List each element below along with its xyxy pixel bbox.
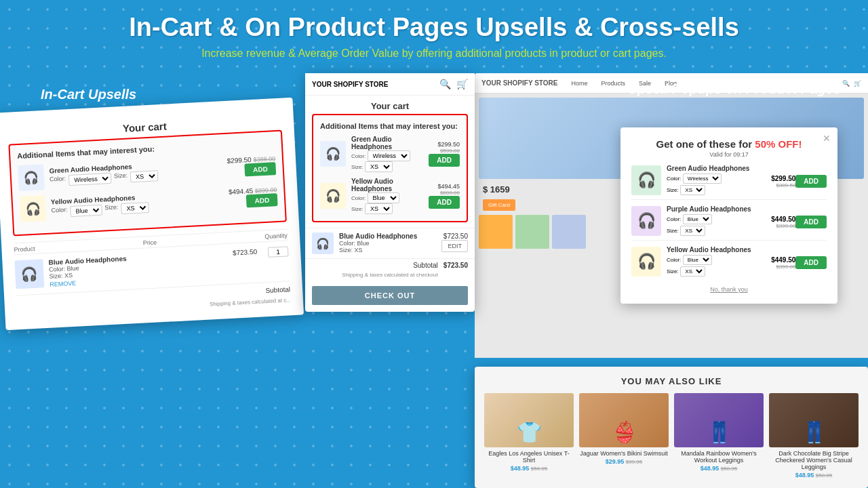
- middle-cart-item: 🎧 Blue Audio Headphones Color: Blue Size…: [305, 228, 475, 258]
- ymal-products: 👕 Eagles Los Angeles Unisex T-Shirt $48.…: [484, 393, 859, 479]
- left-color-select-2[interactable]: Blue: [70, 204, 102, 216]
- middle-subtotal: Subtotal $723.50: [305, 258, 475, 272]
- left-color-select-1[interactable]: Wireless: [68, 172, 112, 185]
- ymal-product-3: 👖 Mandala Rainbow Women's Workout Leggin…: [674, 393, 764, 479]
- middle-upsell-header: Additional Items that may interest you:: [320, 122, 460, 130]
- middle-add-btn-2[interactable]: ADD: [429, 196, 460, 209]
- middle-subtotal-label: Subtotal: [413, 262, 438, 269]
- ymal-img-4: 👖: [769, 393, 859, 447]
- middle-cart-item-name: Blue Audio Headphones: [339, 232, 436, 240]
- search-icon[interactable]: 🔍: [439, 79, 451, 89]
- card-in-cart: Your cart Additional Items that may inte…: [0, 98, 304, 331]
- left-cart-item-price: $723.50: [233, 248, 258, 257]
- ymal-name-1: Eagles Los Angeles Unisex T-Shirt: [484, 450, 574, 464]
- header: In-Cart & On Product Pages Upsells & Cro…: [0, 0, 868, 65]
- middle-subtotal-value: $723.50: [443, 262, 468, 269]
- middle-cart-item-img: 🎧: [312, 232, 334, 254]
- ymal-name-3: Mandala Rainbow Women's Workout Leggings: [674, 450, 764, 464]
- ymal-img-1: 👕: [484, 393, 574, 447]
- ymal-product-4: 👖 Dark Chocolate Big Stripe Checkered Wo…: [769, 393, 859, 479]
- ymal-price-new-4: $48.95: [795, 472, 814, 479]
- popup-color-1[interactable]: Wireless: [683, 174, 722, 184]
- label-upsell-popup: Upsell Popups on Product Pages: [628, 80, 842, 98]
- middle-store-name: YOUR SHOPIFY STORE: [312, 81, 388, 88]
- ymal-name-2: Jaguar Women's Bikini Swimsuit: [579, 450, 669, 457]
- ymal-price-old-1: $56.95: [531, 466, 547, 472]
- middle-upsell-box: Additional Items that may interest you: …: [312, 114, 468, 222]
- ymal-price-old-4: $58.95: [816, 472, 832, 479]
- popup-color-3[interactable]: Blue: [683, 255, 712, 265]
- middle-edit-btn[interactable]: EDIT: [441, 240, 468, 252]
- middle-color-1[interactable]: Wireless: [368, 150, 410, 161]
- popup-img-2: 🎧: [631, 206, 661, 236]
- middle-store-header: YOUR SHOPIFY STORE 🔍 🛒: [305, 73, 475, 96]
- left-size-select-2[interactable]: XS: [121, 202, 149, 214]
- left-cart-item-img: 🎧: [14, 259, 44, 289]
- popup-size-1[interactable]: XS: [680, 185, 705, 195]
- popup-color-2[interactable]: Blue: [683, 214, 712, 224]
- label-in-cart: In-Cart Upsells: [41, 87, 136, 102]
- left-add-btn-1[interactable]: ADD: [245, 162, 277, 176]
- popup-add-btn-3[interactable]: ADD: [795, 256, 827, 269]
- popup-size-3[interactable]: XS: [680, 266, 705, 277]
- popup-item-2: 🎧 Purple Audio Headphones Color: Blue Si…: [631, 205, 827, 241]
- popup-size-2[interactable]: XS: [680, 226, 705, 236]
- ymal-title: YOU MAY ALSO LIKE: [484, 376, 859, 386]
- middle-upsell-img-1: 🎧: [320, 141, 346, 167]
- middle-upsell-name-2: Yellow Audio Headphones: [351, 178, 423, 192]
- ymal-img-2: 👙: [579, 393, 669, 447]
- popup-img-1: 🎧: [631, 165, 661, 195]
- ymal-product-1: 👕 Eagles Los Angeles Unisex T-Shirt $48.…: [484, 393, 574, 479]
- popup-img-3: 🎧: [631, 247, 661, 277]
- ymal-price-new-1: $48.95: [511, 465, 530, 472]
- left-qty-input[interactable]: [268, 246, 289, 258]
- middle-size-1[interactable]: XS: [365, 161, 393, 172]
- card-popup: ✕ Get one of these for 50% OFF! Valid fo…: [620, 127, 837, 304]
- page-title: In-Cart & On Product Pages Upsells & Cro…: [41, 12, 827, 43]
- ymal-price-old-2: $99.95: [626, 459, 642, 465]
- ymal-price-new-2: $29.95: [606, 458, 625, 465]
- cart-icon[interactable]: 🛒: [456, 79, 468, 89]
- popup-add-btn-2[interactable]: ADD: [795, 216, 827, 228]
- left-upsell-img-1: 🎧: [18, 164, 45, 191]
- middle-cart-title: Your cart: [305, 96, 475, 114]
- left-upsell-img-2: 🎧: [19, 195, 46, 222]
- left-upsell-box: Additional Items that may interest you: …: [8, 130, 287, 237]
- popup-title: Get one of these for 50% OFF!: [631, 138, 827, 150]
- middle-upsell-item-1: 🎧 Green Audio Headphones Color: Wireless…: [320, 136, 460, 172]
- ymal-price-new-3: $48.95: [701, 465, 719, 472]
- popup-highlight: 50% OFF!: [755, 138, 802, 150]
- popup-add-btn-1[interactable]: ADD: [795, 175, 827, 188]
- ymal-img-3: 👖: [674, 393, 764, 447]
- ymal-product-2: 👙 Jaguar Women's Bikini Swimsuit $29.95 …: [579, 393, 669, 479]
- card-middle-cart: YOUR SHOPIFY STORE 🔍 🛒 Your cart Additio…: [305, 73, 475, 312]
- popup-item-1: 🎧 Green Audio Headphones Color: Wireless…: [631, 165, 827, 200]
- middle-size-2[interactable]: XS: [365, 203, 393, 214]
- middle-upsell-item-2: 🎧 Yellow Audio Headphones Color: Blue Si…: [320, 178, 460, 214]
- middle-upsell-img-2: 🎧: [320, 183, 346, 209]
- middle-upsell-name-1: Green Audio Headphones: [351, 136, 423, 150]
- middle-color-2[interactable]: Blue: [368, 192, 399, 203]
- middle-cart-item-price: $723.50: [441, 232, 468, 240]
- popup-timer: Valid for 09:17: [631, 151, 827, 158]
- ymal-price-old-3: $58.95: [721, 466, 737, 472]
- checkout-button[interactable]: CHECK OUT: [312, 286, 468, 305]
- middle-add-btn-1[interactable]: ADD: [429, 154, 460, 167]
- left-size-select-1[interactable]: XS: [130, 170, 159, 182]
- close-icon[interactable]: ✕: [823, 133, 831, 144]
- card-ymal: YOU MAY ALSO LIKE 👕 Eagles Los Angeles U…: [475, 367, 868, 488]
- no-thanks-link[interactable]: No, thank you: [631, 286, 827, 293]
- page-subtitle: Increase revenue & Average Order Value b…: [41, 47, 827, 60]
- left-add-btn-2[interactable]: ADD: [246, 193, 278, 207]
- middle-shipping-note: Shipping & taxes calculated at checkout: [305, 272, 475, 282]
- ymal-name-4: Dark Chocolate Big Stripe Checkered Wome…: [769, 450, 859, 470]
- popup-item-3: 🎧 Yellow Audio Headphones Color: Blue Si…: [631, 246, 827, 281]
